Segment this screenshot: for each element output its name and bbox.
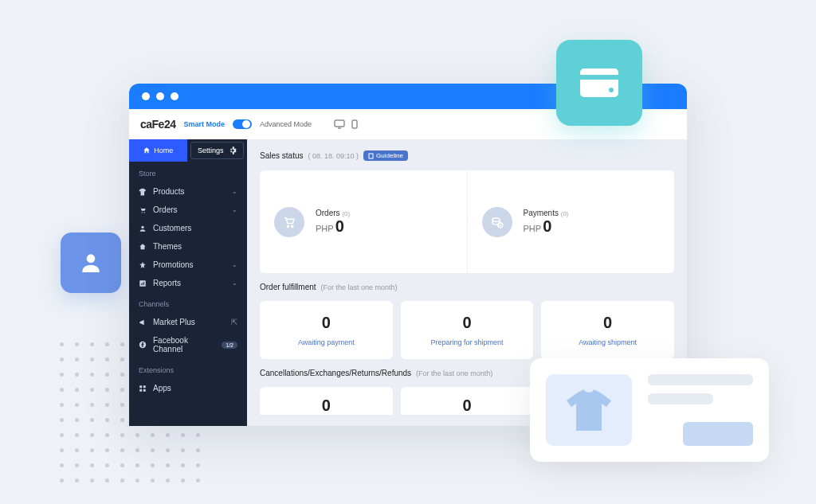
star-icon [139,261,147,269]
cer-title: Cancellations/Exchanges/Returns/Refunds [260,369,411,377]
home-icon [139,243,147,251]
window-dot[interactable] [156,92,164,100]
sales-status-title: Sales status [260,151,303,160]
svg-rect-15 [139,385,142,388]
sidebar-section-extensions: Extensions [129,358,247,379]
payments-card[interactable]: Payments (0) PHP 0 [467,170,675,273]
sidebar-tab-home[interactable]: Home [129,139,187,162]
report-icon [139,279,147,287]
window-dot[interactable] [171,92,178,100]
fulfill-value: 0 [549,314,666,332]
fulfillment-header: Order fulfillment (For the last one mont… [260,283,674,291]
svg-point-7 [142,212,143,213]
sidebar: Home Settings Store Products ⌄ Orders ⌄ [129,139,247,426]
fulfillment-sub: (For the last one month) [321,283,398,291]
window-dot[interactable] [142,92,150,100]
apps-icon [139,385,147,393]
svg-point-21 [292,225,293,227]
advanced-mode-label[interactable]: Advanced Mode [260,120,312,128]
sidebar-item-products[interactable]: Products ⌄ [129,182,247,201]
guideline-badge[interactable]: Guideline [363,150,408,161]
payments-currency: PHP [524,224,542,233]
chevron-down-icon: ⌄ [232,188,237,195]
sidebar-item-label: Themes [153,242,237,251]
home-label: Home [154,147,173,154]
facebook-icon [139,341,147,349]
sidebar-item-customers[interactable]: Customers [129,219,247,237]
svg-rect-13 [143,281,144,284]
gear-icon [229,147,237,154]
orders-label: Orders [316,209,340,217]
sidebar-item-promotions[interactable]: Promotions ⌄ [129,256,247,274]
orders-count: (0) [342,210,350,217]
svg-rect-17 [139,389,142,391]
payments-icon-circle [482,207,512,237]
doc-icon [368,153,374,159]
chevron-down-icon: ⌄ [232,279,237,287]
sidebar-item-reports[interactable]: Reports ⌄ [129,274,247,292]
settings-label: Settings [198,147,224,154]
sidebar-tab-settings[interactable]: Settings [190,142,244,159]
svg-rect-6 [352,120,357,128]
svg-rect-18 [143,389,146,391]
svg-point-22 [492,217,500,221]
mobile-icon[interactable] [351,119,358,129]
sidebar-item-label: Products [153,187,226,196]
fulfill-value: 0 [409,314,526,332]
orders-card[interactable]: Orders (0) PHP 0 [260,170,467,273]
cart-icon [282,215,296,229]
product-float-card [530,358,769,462]
orders-currency: PHP [316,224,334,233]
sidebar-badge: 1/2 [222,342,237,349]
svg-point-9 [141,225,143,228]
fulfill-card-awaiting-payment[interactable]: 0 Awaiting payment [260,301,393,359]
sidebar-item-orders[interactable]: Orders ⌄ [129,201,247,219]
tshirt-icon [139,188,147,196]
chevron-down-icon: ⌄ [232,206,237,213]
card-float-card [556,40,642,126]
credit-card-icon [580,68,618,97]
svg-rect-4 [335,120,344,127]
fulfill-card-preparing[interactable]: 0 Preparing for shipment [401,301,534,359]
desktop-icon[interactable] [334,119,345,129]
sidebar-item-themes[interactable]: Themes [129,237,247,256]
svg-rect-16 [143,385,146,388]
cer-value: 0 [409,397,526,415]
logo: caFe24 [140,118,175,131]
sales-status-timestamp: ( 08. 18. 09:10 ) [308,152,359,160]
svg-rect-19 [369,154,373,158]
cart-icon [139,206,147,214]
sidebar-section-store: Store [129,162,247,182]
sidebar-item-label: Reports [153,279,226,287]
sidebar-item-label: Promotions [153,260,226,269]
payments-value: 0 [543,217,551,236]
mode-toggle[interactable] [233,119,252,129]
cer-card[interactable]: 0 [260,387,393,415]
orders-icon-circle [274,207,304,237]
fulfill-card-awaiting-shipment[interactable]: 0 Awaiting shipment [541,301,674,359]
payments-label: Payments [524,209,559,217]
chevron-down-icon: ⌄ [232,261,237,268]
sidebar-item-marketplus[interactable]: Market Plus ⇱ [129,313,247,331]
cer-card[interactable]: 0 [401,387,534,415]
smart-mode-label[interactable]: Smart Mode [183,120,225,128]
svg-point-3 [609,88,614,92]
sidebar-item-apps[interactable]: Apps [129,379,247,397]
fulfill-label: Awaiting shipment [549,338,666,346]
svg-rect-11 [141,283,142,285]
sidebar-item-label: Customers [153,224,237,232]
user-icon [139,225,147,232]
orders-value: 0 [335,217,344,236]
svg-rect-1 [580,68,618,97]
sidebar-item-facebook[interactable]: Facebook Channel 1/2 [129,331,247,358]
svg-point-0 [87,254,96,263]
sales-status-header: Sales status ( 08. 18. 09:10 ) Guideline [260,150,674,161]
sidebar-item-label: Market Plus [153,318,225,326]
home-icon [143,147,151,154]
cer-sub: (For the last one month) [416,369,492,377]
fulfillment-title: Order fulfillment [260,283,316,291]
product-thumb [546,374,632,446]
svg-rect-2 [580,75,618,80]
external-icon: ⇱ [231,318,237,326]
fulfill-value: 0 [268,314,385,332]
